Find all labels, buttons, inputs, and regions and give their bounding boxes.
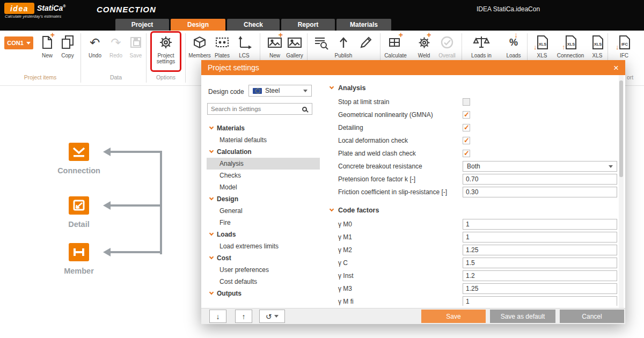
local-deformation-checkbox[interactable] <box>463 137 470 144</box>
gamma-c-input[interactable] <box>463 258 617 268</box>
friction-coefficient-input[interactable] <box>463 187 617 197</box>
clash-check-checkbox[interactable] <box>463 150 470 157</box>
gamma-mfi-input[interactable] <box>463 296 617 306</box>
xls-file-icon: XLS <box>590 33 604 52</box>
pretension-factor-input[interactable] <box>463 174 617 185</box>
tree-item-load-extremes-limits[interactable]: Load extremes limits <box>207 240 320 252</box>
connection-item-icon[interactable] <box>69 143 89 161</box>
tree-item-analysis[interactable]: Analysis <box>207 158 320 170</box>
project-settings-button[interactable]: Project settings <box>152 33 179 64</box>
plus-icon: + <box>399 31 403 39</box>
detailing-checkbox[interactable] <box>463 124 470 131</box>
lcs-button[interactable]: LCS <box>231 33 257 58</box>
loads-percent-button[interactable]: % ↓ Loads <box>501 33 526 58</box>
cancel-button[interactable]: Cancel <box>560 310 624 323</box>
xls-button[interactable]: XLS XLS <box>584 33 610 58</box>
gamma-m1-input[interactable] <box>463 232 617 243</box>
button-label: Overall <box>438 53 456 58</box>
chevron-down-icon <box>274 315 279 318</box>
pen-icon <box>358 33 374 52</box>
gallery-button[interactable]: Gallery <box>282 33 308 58</box>
chevron-down-icon <box>303 90 308 92</box>
eu-flag-icon <box>253 88 262 94</box>
chevron-down-icon <box>209 290 214 295</box>
ifc-export-button[interactable]: IFC ↓ IFC <box>611 33 637 58</box>
chevron-down-icon <box>209 125 214 129</box>
xls-export-button[interactable]: XLS ↓ XLS <box>529 33 555 58</box>
grid-plus-icon: + <box>388 33 403 52</box>
gmna-checkbox[interactable] <box>463 111 470 119</box>
design-code-select[interactable]: Steel <box>248 85 312 97</box>
stop-at-limit-strain-checkbox[interactable] <box>463 98 470 106</box>
tab-check[interactable]: Check <box>227 19 280 31</box>
button-label: Weld <box>418 53 430 58</box>
tab-materials[interactable]: Materials <box>336 19 391 31</box>
project-settings-dialog: Project settings × Design code Steel Mat… <box>201 60 625 324</box>
gamma-m0-input[interactable] <box>463 219 617 230</box>
close-icon[interactable]: × <box>613 63 619 72</box>
save-button[interactable]: Save <box>123 33 149 58</box>
connection-item-selector[interactable]: CON1 <box>4 36 33 49</box>
tree-item-user-preferences[interactable]: User preferences <box>207 264 320 276</box>
tree-item-design[interactable]: Design <box>207 193 320 205</box>
tab-design[interactable]: Design <box>171 19 225 31</box>
pen-button[interactable] <box>353 33 379 52</box>
redo-icon: ↷ <box>111 33 121 52</box>
gamma-m2-input[interactable] <box>463 245 617 255</box>
scrollbar-thumb[interactable] <box>619 80 623 177</box>
scales-icon <box>473 33 490 52</box>
tree-item-material-defaults[interactable]: Material defaults <box>207 134 320 146</box>
concrete-breakout-select[interactable]: Both <box>463 161 617 172</box>
publish-button[interactable]: Publish <box>331 33 356 58</box>
calculate-button[interactable]: + Calculate <box>383 33 408 58</box>
button-label: Redo <box>109 53 122 58</box>
detail-item-icon[interactable] <box>69 196 89 215</box>
tree-item-fire[interactable]: Fire <box>207 217 320 229</box>
detail-item-label: Detail <box>41 220 116 229</box>
tree-item-calculation[interactable]: Calculation <box>207 146 320 158</box>
setting-row: Pretension force factor k [-] <box>338 173 619 186</box>
tree-item-materials[interactable]: Materials <box>207 122 320 134</box>
button-label: LCS <box>239 53 249 58</box>
gamma-m3-input[interactable] <box>463 283 617 294</box>
copy-button[interactable]: Copy <box>55 33 80 58</box>
save-settings-button[interactable]: Save <box>421 310 486 323</box>
tree-item-outputs[interactable]: Outputs <box>207 288 320 299</box>
setting-row: Concrete breakout resistance Both <box>338 160 619 173</box>
scrollbar-track[interactable] <box>619 75 624 308</box>
connection-item-label: Connection <box>41 166 116 175</box>
loads-in-equilibrium-button[interactable]: Loads in <box>469 33 494 58</box>
tree-item-checks[interactable]: Checks <box>207 170 320 181</box>
search-input[interactable] <box>208 106 302 112</box>
connector-line <box>160 151 162 254</box>
check-circle-icon <box>439 33 455 52</box>
nav-down-button[interactable]: ↓ <box>209 310 226 323</box>
percent-icon: % ↓ <box>509 33 518 52</box>
tab-report[interactable]: Report <box>281 19 335 31</box>
arrow-down-icon: ↓ <box>216 312 220 321</box>
tree-item-general[interactable]: General <box>207 205 320 217</box>
nav-up-button[interactable]: ↑ <box>235 310 252 323</box>
reset-button[interactable]: ↺ <box>259 310 285 323</box>
tree-item-model[interactable]: Model <box>207 181 320 193</box>
setting-row: Stop at limit strain <box>338 95 619 108</box>
gamma-inst-input[interactable] <box>463 270 617 281</box>
connection-xls-button[interactable]: XLS ↑ Connection <box>558 33 583 58</box>
arrow-left-icon <box>103 201 111 210</box>
tree-item-cost[interactable]: Cost <box>207 252 320 264</box>
member-item-icon[interactable] <box>69 243 89 261</box>
members-button[interactable]: Members <box>187 33 213 58</box>
tab-project[interactable]: Project <box>115 19 169 31</box>
save-as-default-button[interactable]: Save as default <box>490 310 555 323</box>
chevron-down-icon <box>330 85 334 89</box>
window-title: IDEA StatiCa.ideaCon <box>477 5 540 13</box>
button-label: Members <box>188 53 211 58</box>
overall-check-button[interactable]: Overall <box>434 33 460 58</box>
tree-item-loads[interactable]: Loads <box>207 229 320 240</box>
plus-icon: + <box>50 31 55 39</box>
preview-button[interactable] <box>308 33 334 52</box>
xls-file-icon: XLS ↑ <box>564 33 577 52</box>
button-label: New <box>42 53 53 58</box>
weld-button[interactable]: + Weld <box>411 33 437 58</box>
tree-item-cost-defaults[interactable]: Cost defaults <box>207 276 320 288</box>
